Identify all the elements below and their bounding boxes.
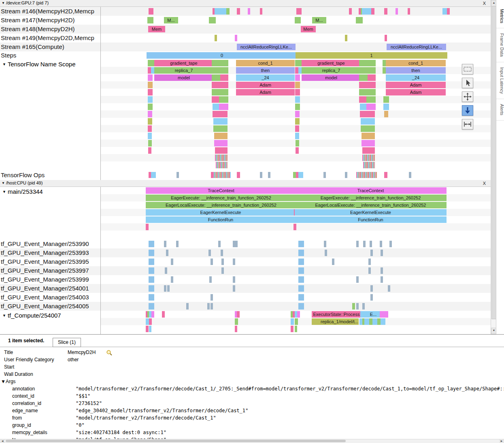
track-timeline[interactable]: [101, 240, 491, 248]
trace-slice[interactable]: [207, 303, 210, 309]
trace-slice[interactable]: [148, 133, 152, 139]
trace-slice-tracecontext[interactable]: TraceContext: [295, 187, 447, 194]
trace-slice-executorstate-process[interactable]: ExecutorState::Process: [312, 311, 361, 318]
side-tab-input-latency[interactable]: Input Latency: [496, 62, 504, 99]
trace-slice[interactable]: [296, 140, 299, 146]
trace-slice[interactable]: [146, 326, 149, 332]
trace-slice[interactable]: [212, 74, 221, 81]
trace-slice-eagerexecute-inference-train-function-260252[interactable]: EagerExecute: __inference_train_function…: [146, 195, 296, 201]
trace-slice[interactable]: [148, 104, 153, 110]
trace-slice[interactable]: [324, 241, 326, 247]
trace-slice-then[interactable]: then: [386, 67, 446, 74]
marquee-selection-tool[interactable]: [462, 64, 473, 74]
trace-slice[interactable]: [349, 8, 352, 15]
trace-slice[interactable]: [295, 118, 300, 125]
trace-slice-gradient-tape[interactable]: gradient_tape: [154, 60, 213, 66]
trace-slice[interactable]: [381, 250, 383, 256]
trace-slice[interactable]: [295, 133, 299, 139]
trace-slice[interactable]: [208, 250, 211, 256]
trace-slice[interactable]: [235, 35, 237, 41]
trace-slice[interactable]: [359, 74, 368, 81]
trace-slice[interactable]: [359, 96, 367, 103]
trace-slice-cond-1[interactable]: cond_1: [236, 60, 295, 66]
trace-slice[interactable]: [295, 318, 298, 325]
trace-slice[interactable]: [149, 318, 152, 325]
tf-compute-flame[interactable]: ExecutorState::ProcessE...replica_1/mode…: [100, 311, 491, 334]
trace-slice[interactable]: [384, 172, 387, 178]
collapse-arrow-icon[interactable]: ▼: [2, 181, 5, 185]
trace-slice[interactable]: [149, 326, 151, 332]
trace-slice[interactable]: [297, 311, 300, 318]
track-timeline[interactable]: [101, 257, 491, 266]
trace-slice[interactable]: [149, 259, 154, 265]
trace-slice[interactable]: [381, 267, 383, 274]
trace-slice-eagerlocalexecute-inference-train-function-260252[interactable]: EagerLocalExecute: __inference_train_fun…: [146, 202, 296, 208]
trace-slice[interactable]: [235, 326, 237, 332]
trace-slice[interactable]: [148, 147, 151, 154]
trace-slice[interactable]: [219, 96, 228, 103]
trace-slice-m[interactable]: M...: [164, 17, 178, 23]
trace-slice[interactable]: [166, 250, 168, 256]
trace-slice[interactable]: [149, 267, 154, 274]
zoom-tool[interactable]: [462, 105, 473, 116]
trace-slice[interactable]: [396, 8, 398, 15]
trace-slice[interactable]: [447, 8, 450, 15]
trace-slice[interactable]: [221, 259, 224, 265]
trace-slice[interactable]: [295, 326, 297, 332]
trace-slice[interactable]: [215, 155, 228, 161]
trace-slice[interactable]: [368, 267, 371, 274]
trace-slice[interactable]: [345, 35, 347, 41]
trace-slice[interactable]: [149, 285, 154, 292]
trace-slice[interactable]: [362, 303, 365, 309]
trace-slice[interactable]: [226, 8, 230, 15]
trace-slice[interactable]: [213, 111, 228, 117]
trace-slice[interactable]: [221, 250, 223, 256]
trace-slice[interactable]: [149, 241, 154, 247]
trace-slice[interactable]: [248, 8, 250, 15]
trace-slice[interactable]: [148, 74, 153, 81]
trace-slice[interactable]: [295, 17, 301, 23]
scroll-left-icon[interactable]: ◀: [0, 439, 5, 443]
trace-slice[interactable]: [186, 303, 189, 309]
trace-slice[interactable]: [359, 82, 376, 88]
tab-slice[interactable]: Slice (1): [53, 338, 81, 347]
track-timeline[interactable]: [101, 34, 491, 42]
trace-slice[interactable]: [147, 17, 153, 23]
steps-timeline[interactable]: 01: [101, 51, 491, 59]
trace-slice[interactable]: [148, 118, 152, 125]
trace-slice[interactable]: [237, 8, 240, 15]
trace-slice[interactable]: [370, 241, 372, 247]
trace-slice[interactable]: [221, 267, 224, 274]
trace-slice[interactable]: [260, 172, 262, 178]
trace-slice[interactable]: [149, 8, 153, 15]
trace-slice[interactable]: [291, 318, 294, 325]
trace-slice[interactable]: [212, 89, 228, 95]
trace-slice[interactable]: [213, 125, 228, 132]
timeline-viewport[interactable]: ▼/device:GPU:7 (pid 7) X Stream #146(Mem…: [0, 0, 491, 334]
trace-slice-adam[interactable]: Adam: [236, 82, 295, 88]
track-timeline[interactable]: [101, 284, 491, 293]
trace-slice[interactable]: [362, 147, 375, 154]
trace-slice[interactable]: [237, 172, 240, 178]
vertical-scrollbar[interactable]: ▲ ▼: [491, 0, 496, 334]
trace-slice[interactable]: [171, 276, 173, 283]
trace-slice[interactable]: [218, 241, 221, 247]
trace-slice[interactable]: [164, 241, 166, 247]
trace-slice-replica-7[interactable]: replica_7: [302, 67, 361, 74]
track-timeline[interactable]: ncclAllReduceRingLLKe...ncclAllReduceRin…: [101, 42, 491, 51]
trace-slice-adam[interactable]: Adam: [386, 82, 446, 88]
trace-slice[interactable]: [211, 259, 213, 265]
trace-slice[interactable]: [362, 155, 375, 161]
trace-slice[interactable]: [148, 82, 153, 88]
trace-slice[interactable]: [380, 311, 388, 318]
main-thread-flame[interactable]: TraceContextTraceContextEagerExecute: __…: [100, 187, 491, 240]
trace-slice[interactable]: [233, 276, 235, 283]
trace-slice[interactable]: [380, 241, 382, 247]
trace-slice[interactable]: [211, 294, 213, 301]
trace-slice[interactable]: [212, 82, 228, 88]
trace-slice-mem[interactable]: Mem: [148, 26, 165, 32]
trace-slice[interactable]: [361, 125, 375, 132]
trace-slice[interactable]: [298, 303, 304, 309]
trace-slice[interactable]: [371, 8, 374, 15]
trace-slice[interactable]: [356, 276, 359, 283]
